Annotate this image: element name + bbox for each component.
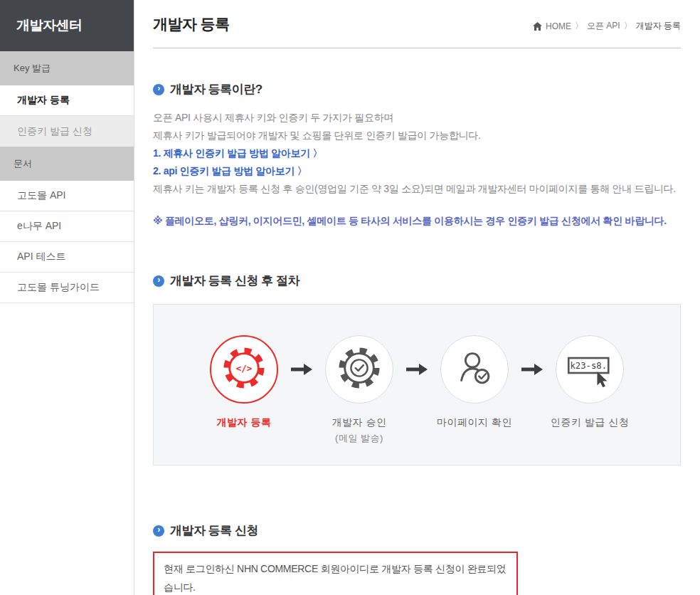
key-box-icon-text: k23-s8. <box>570 361 607 371</box>
sidebar-item-godomall-tuning-guide[interactable]: 고도몰 튜닝가이드 <box>0 273 134 303</box>
step-circle <box>440 335 509 404</box>
step-sublabel: (메일 발송) <box>335 432 383 445</box>
section-what-is-registration: 개발자 등록이란? 오픈 API 사용시 제휴사 키와 인증키 두 가지가 필요… <box>153 81 681 230</box>
breadcrumb: HOME 〉 오픈 API 〉 개발자 등록 <box>533 20 681 32</box>
sidebar-item-enamu-api[interactable]: e나무 API <box>0 211 134 242</box>
step-developer-approval: 개발자 승인 (메일 발송) <box>325 335 393 445</box>
complete-message: 현재 로그인하신 NHN COMMERCE 회원아이디로 개발자 등록 신청이 … <box>164 559 507 595</box>
sidebar-item-api-test[interactable]: API 테스트 <box>0 242 134 273</box>
breadcrumb-home[interactable]: HOME <box>546 21 571 31</box>
sidebar-section-docs: 문서 <box>0 147 134 181</box>
gear-check-icon <box>337 346 381 393</box>
arrow-right-icon <box>393 364 440 375</box>
sidebar: 개발자센터 Key 발급 개발자 등록 인증키 발급 신청 문서 고도몰 API… <box>0 0 134 595</box>
sidebar-item-developer-registration[interactable]: 개발자 등록 <box>0 85 134 116</box>
section-heading: 개발자 등록 신청 후 절차 <box>153 273 681 289</box>
home-icon[interactable] <box>533 22 542 31</box>
third-party-warning: ※ 플레이오토, 샵링커, 이지어드민, 셀메이트 등 타사의 서비스를 이용하… <box>153 212 681 230</box>
sidebar-item-authkey-request[interactable]: 인증키 발급 신청 <box>0 116 134 147</box>
step-label: 인증키 발급 신청 <box>551 416 629 429</box>
section-heading: 개발자 등록 신청 <box>153 522 681 539</box>
step-label: 개발자 승인 <box>332 416 387 429</box>
breadcrumb-separator: 〉 <box>575 20 583 32</box>
section-registration-request: 개발자 등록 신청 현재 로그인하신 NHN COMMERCE 회원아이디로 개… <box>153 522 681 595</box>
section-heading-text: 개발자 등록이란? <box>170 81 262 98</box>
section-heading: 개발자 등록이란? <box>153 81 681 98</box>
intro-line: 오픈 API 사용시 제휴사 키와 인증키 두 가지가 필요하며 <box>153 109 681 127</box>
step-authkey-request: k23-s8. 인증키 발급 신청 <box>556 335 624 429</box>
gear-code-icon: </> <box>222 346 266 393</box>
main-content: 개발자 등록 HOME 〉 오픈 API 〉 개발자 등록 개발자 등록이란? … <box>135 0 700 595</box>
page-header: 개발자 등록 HOME 〉 오픈 API 〉 개발자 등록 <box>153 0 681 48</box>
step-circle <box>325 335 393 404</box>
arrow-right-icon <box>509 364 556 375</box>
intro-line: 제휴사 키가 발급되어야 개발자 및 쇼핑몰 단위로 인증키 발급이 가능합니다… <box>153 127 681 144</box>
partner-authkey-guide-link[interactable]: 1. 제휴사 인증키 발급 방법 알아보기 〉 <box>153 144 681 162</box>
section-registration-process: 개발자 등록 신청 후 절차 </> 개발자 등록 <box>153 273 681 465</box>
breadcrumb-open-api[interactable]: 오픈 API <box>587 20 620 32</box>
step-label: 개발자 등록 <box>217 416 272 429</box>
arrow-right-icon <box>278 364 325 375</box>
section-bullet-icon <box>153 525 164 537</box>
page-title: 개발자 등록 <box>153 14 230 34</box>
key-box-icon: k23-s8. <box>565 346 615 393</box>
section-bullet-icon <box>153 275 164 287</box>
breadcrumb-current: 개발자 등록 <box>636 20 681 32</box>
approval-note: 제휴사 키는 개발자 등록 신청 후 승인(영업일 기준 약 3일 소요)되면 … <box>153 180 681 198</box>
step-circle: </> <box>210 335 278 404</box>
sidebar-title: 개발자센터 <box>0 0 134 51</box>
process-diagram: </> 개발자 등록 <box>153 304 681 465</box>
breadcrumb-separator: 〉 <box>624 20 632 32</box>
section-bullet-icon <box>153 84 164 95</box>
step-circle: k23-s8. <box>556 335 624 404</box>
step-label: 마이페이지 확인 <box>437 416 512 429</box>
section-heading-text: 개발자 등록 신청 후 절차 <box>170 273 299 289</box>
step-mypage-check: 마이페이지 확인 <box>440 335 509 429</box>
section-heading-text: 개발자 등록 신청 <box>170 522 258 539</box>
sidebar-section-key-issuance: Key 발급 <box>0 51 134 85</box>
registration-complete-box: 현재 로그인하신 NHN COMMERCE 회원아이디로 개발자 등록 신청이 … <box>153 552 518 595</box>
gear-code-icon-text: </> <box>236 363 253 374</box>
api-authkey-guide-link[interactable]: 2. api 인증키 발급 방법 알아보기 〉 <box>153 162 681 180</box>
sidebar-item-godomall-api[interactable]: 고도몰 API <box>0 181 134 211</box>
step-developer-registration: </> 개발자 등록 <box>210 335 278 429</box>
person-check-icon <box>452 346 497 393</box>
